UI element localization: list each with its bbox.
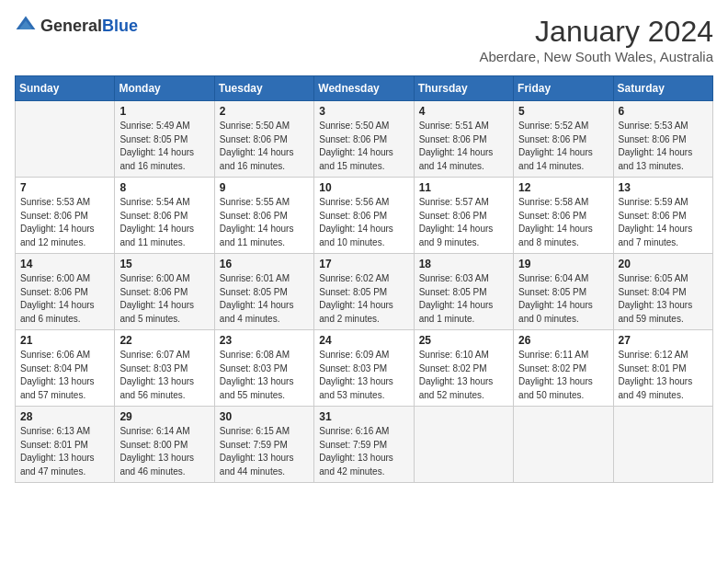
day-info: Sunrise: 6:13 AMSunset: 8:01 PMDaylight:… [20,425,109,478]
day-number: 19 [518,258,608,270]
day-info: Sunrise: 5:58 AMSunset: 8:06 PMDaylight:… [518,196,608,249]
logo-blue-text: Blue [102,17,138,35]
day-info: Sunrise: 6:10 AMSunset: 8:02 PMDaylight:… [419,349,508,402]
calendar-cell: 8Sunrise: 5:54 AMSunset: 8:06 PMDaylight… [115,178,214,254]
day-info: Sunrise: 6:14 AMSunset: 8:00 PMDaylight:… [119,425,209,478]
day-info: Sunrise: 5:57 AMSunset: 8:06 PMDaylight:… [419,196,508,249]
day-info: Sunrise: 5:50 AMSunset: 8:06 PMDaylight:… [220,120,309,173]
calendar-cell: 6Sunrise: 5:53 AMSunset: 8:06 PMDaylight… [613,101,712,178]
day-info: Sunrise: 6:16 AMSunset: 7:59 PMDaylight:… [319,425,408,478]
calendar-cell: 20Sunrise: 6:05 AMSunset: 8:04 PMDayligh… [613,254,712,330]
day-number: 18 [419,258,508,270]
day-info: Sunrise: 5:56 AMSunset: 8:06 PMDaylight:… [319,196,408,249]
day-number: 25 [419,334,508,347]
day-number: 3 [319,105,408,118]
day-number: 9 [220,181,309,194]
day-number: 8 [119,181,209,194]
day-info: Sunrise: 6:00 AMSunset: 8:06 PMDaylight:… [20,272,109,326]
calendar-cell: 1Sunrise: 5:49 AMSunset: 8:05 PMDaylight… [115,101,214,178]
column-header-wednesday: Wednesday [314,76,414,101]
calendar-cell: 15Sunrise: 6:00 AMSunset: 8:06 PMDayligh… [115,254,214,330]
calendar-cell [613,407,712,483]
calendar-cell: 17Sunrise: 6:02 AMSunset: 8:05 PMDayligh… [314,254,414,330]
day-info: Sunrise: 6:09 AMSunset: 8:03 PMDaylight:… [319,349,408,402]
calendar-cell: 27Sunrise: 6:12 AMSunset: 8:01 PMDayligh… [613,330,712,407]
day-number: 4 [419,105,508,118]
day-number: 26 [518,334,608,347]
day-number: 27 [619,334,708,347]
day-number: 29 [119,410,209,423]
day-number: 11 [419,181,508,194]
column-header-friday: Friday [514,76,613,101]
calendar-cell: 23Sunrise: 6:08 AMSunset: 8:03 PMDayligh… [214,330,313,407]
logo-icon [15,15,37,37]
day-number: 6 [619,105,708,118]
day-number: 14 [20,258,109,270]
calendar-cell: 11Sunrise: 5:57 AMSunset: 8:06 PMDayligh… [414,178,513,254]
day-info: Sunrise: 5:49 AMSunset: 8:05 PMDaylight:… [119,120,209,173]
day-number: 2 [220,105,309,118]
day-number: 20 [619,258,708,270]
day-info: Sunrise: 6:03 AMSunset: 8:05 PMDaylight:… [419,272,508,326]
calendar-cell: 30Sunrise: 6:15 AMSunset: 7:59 PMDayligh… [214,407,313,483]
calendar-week-row: 7Sunrise: 5:53 AMSunset: 8:06 PMDaylight… [16,178,713,254]
day-number: 28 [20,410,109,423]
logo-general-text: General [40,17,102,35]
calendar-header-row: SundayMondayTuesdayWednesdayThursdayFrid… [16,76,713,101]
page-header: GeneralBlue January 2024 Aberdare, New S… [15,15,713,64]
day-info: Sunrise: 5:51 AMSunset: 8:06 PMDaylight:… [419,120,508,173]
day-info: Sunrise: 5:59 AMSunset: 8:06 PMDaylight:… [619,196,708,249]
column-header-thursday: Thursday [414,76,513,101]
calendar-cell [414,407,513,483]
day-number: 23 [220,334,309,347]
day-info: Sunrise: 6:12 AMSunset: 8:01 PMDaylight:… [619,349,708,402]
calendar-table: SundayMondayTuesdayWednesdayThursdayFrid… [15,75,713,483]
day-number: 10 [319,181,408,194]
day-info: Sunrise: 6:11 AMSunset: 8:02 PMDaylight:… [518,349,608,402]
calendar-cell: 10Sunrise: 5:56 AMSunset: 8:06 PMDayligh… [314,178,414,254]
day-number: 21 [20,334,109,347]
calendar-cell: 21Sunrise: 6:06 AMSunset: 8:04 PMDayligh… [16,330,115,407]
day-number: 7 [20,181,109,194]
calendar-cell: 3Sunrise: 5:50 AMSunset: 8:06 PMDaylight… [314,101,414,178]
day-info: Sunrise: 6:02 AMSunset: 8:05 PMDaylight:… [319,272,408,326]
day-number: 12 [518,181,608,194]
calendar-week-row: 21Sunrise: 6:06 AMSunset: 8:04 PMDayligh… [16,330,713,407]
calendar-cell [16,101,115,178]
calendar-cell: 16Sunrise: 6:01 AMSunset: 8:05 PMDayligh… [214,254,313,330]
day-number: 30 [220,410,309,423]
day-number: 13 [619,181,708,194]
day-number: 16 [220,258,309,270]
day-number: 1 [119,105,209,118]
day-number: 22 [119,334,209,347]
calendar-week-row: 28Sunrise: 6:13 AMSunset: 8:01 PMDayligh… [16,407,713,483]
day-info: Sunrise: 6:06 AMSunset: 8:04 PMDaylight:… [20,349,109,402]
calendar-cell [514,407,613,483]
calendar-cell: 9Sunrise: 5:55 AMSunset: 8:06 PMDaylight… [214,178,313,254]
day-info: Sunrise: 6:08 AMSunset: 8:03 PMDaylight:… [220,349,309,402]
calendar-cell: 31Sunrise: 6:16 AMSunset: 7:59 PMDayligh… [314,407,414,483]
day-info: Sunrise: 5:50 AMSunset: 8:06 PMDaylight:… [319,120,408,173]
day-info: Sunrise: 5:54 AMSunset: 8:06 PMDaylight:… [119,196,209,249]
calendar-cell: 25Sunrise: 6:10 AMSunset: 8:02 PMDayligh… [414,330,513,407]
calendar-cell: 4Sunrise: 5:51 AMSunset: 8:06 PMDaylight… [414,101,513,178]
day-info: Sunrise: 5:55 AMSunset: 8:06 PMDaylight:… [220,196,309,249]
calendar-cell: 29Sunrise: 6:14 AMSunset: 8:00 PMDayligh… [115,407,214,483]
calendar-cell: 12Sunrise: 5:58 AMSunset: 8:06 PMDayligh… [514,178,613,254]
day-info: Sunrise: 6:05 AMSunset: 8:04 PMDaylight:… [619,272,708,326]
day-info: Sunrise: 6:15 AMSunset: 7:59 PMDaylight:… [220,425,309,478]
day-number: 24 [319,334,408,347]
day-info: Sunrise: 5:53 AMSunset: 8:06 PMDaylight:… [619,120,708,173]
day-info: Sunrise: 6:00 AMSunset: 8:06 PMDaylight:… [119,272,209,326]
calendar-body: 1Sunrise: 5:49 AMSunset: 8:05 PMDaylight… [16,101,713,483]
day-info: Sunrise: 6:07 AMSunset: 8:03 PMDaylight:… [119,349,209,402]
day-number: 15 [119,258,209,270]
calendar-cell: 24Sunrise: 6:09 AMSunset: 8:03 PMDayligh… [314,330,414,407]
calendar-cell: 19Sunrise: 6:04 AMSunset: 8:05 PMDayligh… [514,254,613,330]
title-block: January 2024 Aberdare, New South Wales, … [479,15,713,64]
day-info: Sunrise: 5:53 AMSunset: 8:06 PMDaylight:… [20,196,109,249]
column-header-monday: Monday [115,76,214,101]
calendar-cell: 13Sunrise: 5:59 AMSunset: 8:06 PMDayligh… [613,178,712,254]
column-header-tuesday: Tuesday [214,76,313,101]
calendar-cell: 26Sunrise: 6:11 AMSunset: 8:02 PMDayligh… [514,330,613,407]
